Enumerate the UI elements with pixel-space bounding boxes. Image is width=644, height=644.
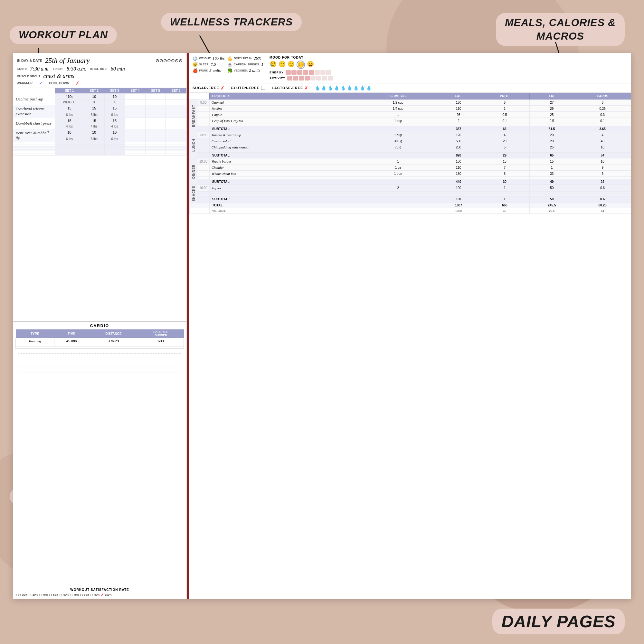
cardio-row-empty — [16, 346, 184, 349]
exercise-name: Overhead triceps extension — [13, 105, 55, 118]
fruit-value: 3 units — [210, 68, 221, 73]
label-meals: MEALS, CALORIES &MACROS — [496, 13, 625, 46]
sugar-free-label: SUGAR-FREE — [193, 86, 219, 90]
stats-col-1: ⚖️ WEIGHT: 165 lbs 😴 SLEEP: 7.5 🍎 FRUIT:… — [193, 56, 225, 81]
finish-label: FINISH: — [53, 67, 63, 71]
notes-area — [18, 353, 181, 379]
table-row-empty — [13, 142, 186, 145]
satisfaction-section: WORKOUT SATISFACTION RATE 1 20% 30% 40% … — [13, 587, 186, 599]
lunch-label: LUNCH — [190, 132, 197, 158]
right-page: ⚖️ WEIGHT: 165 lbs 😴 SLEEP: 7.5 🍎 FRUIT:… — [187, 53, 631, 599]
mood-emoji-1[interactable]: 😢 — [270, 61, 277, 69]
fruit-icon: 🍎 — [193, 68, 198, 73]
set-header-5: SET 5 — [145, 88, 166, 94]
veggie-icon: 🥦 — [227, 68, 232, 73]
mood-title: MOOD FOR TODAY — [270, 56, 333, 59]
water-tracker: 💧 💧 💧 💧 💧 💧 💧 💧 💧 — [315, 85, 372, 90]
bodyfat-value: 26% — [254, 56, 261, 61]
set-header-4: SET 4 — [125, 88, 146, 94]
exercise-name: Decline push-up — [13, 94, 55, 105]
breakfast-row-2: Raisins 1/4 cup 110 1 29 0.25 — [190, 106, 631, 112]
mood-emoji-3[interactable]: 🙂 — [288, 61, 295, 69]
weight-icon: ⚖️ — [193, 56, 198, 61]
table-row-empty — [13, 146, 186, 149]
cardio-col-type: TYPE — [16, 329, 54, 338]
warmup-label: WARM-UP — [17, 81, 33, 85]
label-daily-pages: DAILY PAGES — [492, 609, 625, 634]
stat-caffeine: ☕ CAFFEIN. DRINKS: 1 — [227, 62, 263, 67]
sat-dot — [18, 594, 21, 596]
cardio-section: CARDIO TYPE TIME DISTANCE CALORIESBURNED… — [13, 321, 186, 351]
stat-sleep: 😴 SLEEP: 7.5 — [193, 62, 225, 67]
dinner-subtotal: SUBTOTAL: 440 30 49 22 — [190, 179, 631, 185]
table-row: Bent-over dumbbell fly 10 10 10 — [13, 129, 186, 136]
snacks-subtotal: SUBTOTAL: 190 1 50 0.6 — [190, 196, 631, 203]
col-carbs: CARBS — [574, 93, 631, 99]
lactose-free-icon: ✗ — [304, 86, 308, 90]
activity-row: ACTIVITY — [270, 76, 333, 81]
sugar-free: SUGAR-FREE ✗ — [193, 86, 224, 90]
left-header: 🗓 DAY & DATE 25th of January ⊙⊙⊙⊙⊙⊙⊙ STA… — [13, 53, 186, 88]
breakfast-time: 9:00 — [197, 99, 210, 106]
activity-tracker — [287, 76, 333, 81]
cardio-title: CARDIO — [15, 324, 184, 328]
cardio-col-time: TIME — [54, 329, 89, 338]
vs-goal-row: VS. GOAL: 1900 45 22.5 44 — [190, 208, 631, 214]
meals-table: PRODUCTS SERV. SIZE CAL. PROT. FAT CARBS… — [189, 93, 631, 214]
mood-emoji-4-selected[interactable]: 😊 — [297, 61, 305, 69]
goal-carbs: 44 — [574, 208, 631, 214]
set-header-2: SET 2 — [84, 88, 105, 94]
cardio-row-empty — [16, 344, 184, 346]
sleep-value: 7.5 — [211, 62, 216, 67]
spine — [187, 53, 189, 599]
dinner-empty — [190, 177, 631, 179]
dinner-row-2: Cheddar 1 oz 110 7 1 9 — [190, 165, 631, 171]
col-fat: FAT — [530, 93, 574, 99]
day-label: 🗓 DAY & DATE — [17, 59, 42, 62]
right-content: ⚖️ WEIGHT: 165 lbs 😴 SLEEP: 7.5 🍎 FRUIT:… — [189, 53, 631, 599]
energy-sq — [286, 70, 291, 75]
caffeine-icon: ☕ — [227, 62, 232, 67]
caffeine-value: 1 — [261, 62, 263, 67]
muscle-value: chest & arms — [43, 73, 74, 80]
cardio-calories: 600 — [138, 338, 184, 344]
label-workout: WORKOUT PLAN — [10, 26, 117, 44]
total-carbs: 80.25 — [574, 203, 631, 208]
stat-weight: ⚖️ WEIGHT: 165 lbs — [193, 56, 225, 61]
table-row: Dumbbell chest press 15 15 15 — [13, 118, 186, 124]
goal-cal: 1900 — [437, 208, 480, 214]
total-fat: 245.5 — [530, 203, 574, 208]
mood-emoji-5[interactable]: 😄 — [307, 61, 314, 69]
total-prot: 666 — [480, 203, 529, 208]
table-row: Decline push-up #10s 10 10 — [13, 94, 186, 100]
gluten-free-checkbox — [261, 86, 265, 90]
activity-sq — [287, 76, 292, 81]
lunch-time: 13:00 — [197, 132, 210, 138]
col-serving: SERV. SIZE — [359, 93, 437, 99]
snack-empty — [190, 194, 631, 196]
snacks-time: 10:00 — [197, 185, 210, 192]
energy-row: ENERGY — [270, 70, 333, 75]
dinner-time: 19:00 — [197, 158, 210, 165]
start-label: START: — [17, 67, 27, 71]
lunch-row-3: Chia pudding with mango 75 g 200 5 25 10 — [190, 144, 631, 150]
workout-table: SET 1 SET 2 SET 3 SET 4 SET 5 SET 6 Decl… — [13, 88, 186, 321]
meals-table-wrap: PRODUCTS SERV. SIZE CAL. PROT. FAT CARBS… — [189, 93, 631, 599]
breakfast-row-1: BREAKFAST 9:00 Oatmeal 1/2 cup 150 5 27 … — [190, 99, 631, 106]
satisfaction-bar: 1 20% 30% 40% 50% 60% 70% 80% 90% ✗ 100% — [15, 593, 184, 597]
cardio-row: Running 45 min 3 miles 600 — [16, 338, 184, 344]
stat-veggies: 🥦 VEGGIES: 2 units — [227, 68, 263, 73]
cooldown-label: COOL DOWN — [49, 81, 69, 85]
snack-row-1: SNACKS 10:00 Apples 2 190 1 50 0.6 — [190, 185, 631, 192]
cardio-distance: 3 miles — [89, 338, 138, 344]
start-time: 7:30 a.m. — [30, 66, 50, 72]
stat-fruit: 🍎 FRUIT: 3 units — [193, 68, 225, 73]
lactose-free: LACTOSE-FREE ✗ — [272, 86, 308, 90]
energy-tracker — [286, 70, 331, 75]
lunch-row-2: Caesar salad 300 g 500 20 20 40 — [190, 138, 631, 144]
breakfast-label: BREAKFAST — [190, 99, 197, 132]
mood-emoji-2[interactable]: 😐 — [279, 61, 286, 69]
breakfast-empty — [190, 124, 631, 126]
stat-bodyfat: 💪 BODY FAT %: 26% — [227, 56, 263, 61]
total-label: TOTAL TIME: — [90, 67, 108, 71]
